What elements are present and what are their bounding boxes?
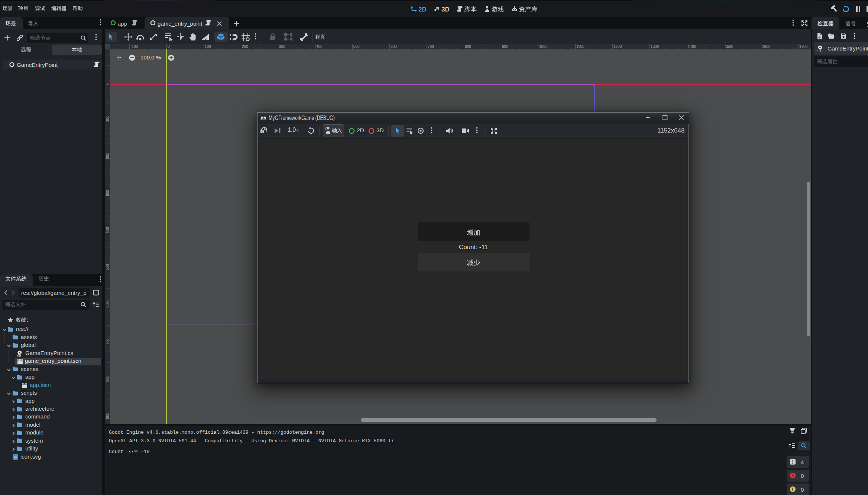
- svg-text:c: c: [17, 354, 19, 357]
- svg-text:c: c: [817, 49, 819, 52]
- svg-text:#: #: [19, 354, 21, 357]
- svg-text:#: #: [820, 49, 822, 52]
